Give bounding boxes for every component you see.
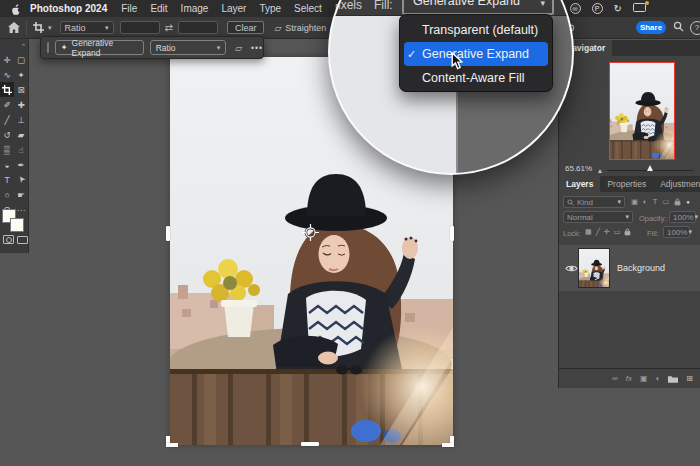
clear-button[interactable]: Clear <box>227 21 265 34</box>
brush-tool-icon[interactable]: ╱ <box>0 112 14 127</box>
new-group-folder-icon[interactable] <box>668 375 678 383</box>
new-layer-icon[interactable]: ⊞ <box>686 374 693 383</box>
menu-option-content-aware-fill[interactable]: Content-Aware Fill <box>400 66 552 90</box>
lock-icons: ▦ ╱ ✛ ▭ <box>585 228 631 236</box>
background-color-swatch[interactable] <box>10 218 24 232</box>
crop-handle-bottom[interactable] <box>301 442 319 446</box>
filter-pixel-icon[interactable]: ▣ <box>631 197 638 206</box>
marquee-tool-icon[interactable]: ▢ <box>14 52 28 67</box>
tab-layers[interactable]: Layers <box>559 176 600 192</box>
magic-wand-tool-icon[interactable]: ✦ <box>14 67 28 82</box>
zoom-out-icon[interactable] <box>598 169 602 173</box>
add-mask-icon[interactable]: ▣ <box>640 374 648 383</box>
loupe-fill-label: Fill: <box>374 0 393 12</box>
swap-dimensions-icon[interactable]: ⇄ <box>165 22 173 33</box>
tab-properties[interactable]: Properties <box>600 176 653 192</box>
layer-style-fx-icon[interactable]: fx <box>626 374 632 383</box>
lock-pixels-icon[interactable]: ╱ <box>596 228 600 236</box>
collapse-panel-icon[interactable]: » <box>22 41 25 47</box>
crop-handle-bottom-right-h[interactable] <box>442 443 454 447</box>
app-menu[interactable]: Photoshop 2024 <box>30 3 107 14</box>
tool-panel: » ✛▢∿✦⊠✐✚╱⊥↺▰▒☝◒✒T➤○☛Q⋯ <box>0 38 29 253</box>
crop-handle-left[interactable] <box>166 226 170 241</box>
lock-artboard-icon[interactable]: ▭ <box>614 228 621 236</box>
taskbar-straighten-icon[interactable]: ▱ <box>235 43 242 53</box>
crop-handle-bottom-left-h[interactable] <box>166 443 178 447</box>
history-brush-tool-icon[interactable]: ↺ <box>0 127 14 142</box>
eyedropper-tool-icon[interactable]: ✐ <box>0 97 14 112</box>
taskbar-drag-handle[interactable] <box>47 42 49 53</box>
menu-option-generative-expand[interactable]: ✓Generative Expand <box>404 42 548 66</box>
height-input[interactable] <box>178 21 218 34</box>
crop-handle-right[interactable] <box>450 226 454 241</box>
eraser-tool-icon[interactable]: ▰ <box>14 127 28 142</box>
navigator-zoom-thumb[interactable] <box>647 165 653 171</box>
crop-preset-chevron[interactable]: ▾ <box>48 24 52 32</box>
sync-icon[interactable]: ↻ <box>614 3 622 14</box>
crop-tool-icon[interactable] <box>0 82 14 97</box>
blend-mode-select[interactable]: Normal▾ <box>563 211 633 223</box>
crop-tool-icon[interactable] <box>33 22 44 33</box>
menu-option-transparent-default-[interactable]: Transparent (default) <box>400 18 552 42</box>
menu-item-image[interactable]: Image <box>181 3 209 14</box>
layer-name[interactable]: Background <box>617 263 665 273</box>
taskbar-more-icon[interactable]: ••• <box>251 43 263 53</box>
menu-item-type[interactable]: Type <box>259 3 281 14</box>
lasso-tool-icon[interactable]: ∿ <box>0 67 14 82</box>
help-icon[interactable]: ? <box>690 21 700 35</box>
quick-mask-icon[interactable] <box>3 235 14 244</box>
lock-all-icon[interactable] <box>624 228 631 236</box>
lock-transparency-icon[interactable]: ▦ <box>585 228 592 236</box>
taskbar-ratio-select[interactable]: Ratio▾ <box>150 40 226 55</box>
filter-shape-icon[interactable]: ▭ <box>662 197 669 206</box>
gradient-tool-icon[interactable]: ▒ <box>0 142 14 157</box>
shape-tool-icon[interactable]: ○ <box>0 187 14 202</box>
apple-icon[interactable] <box>10 3 21 15</box>
frame-tool-icon[interactable]: ⊠ <box>14 82 28 97</box>
move-tool-icon[interactable]: ✛ <box>0 52 14 67</box>
more-tool-icon[interactable]: ⋯ <box>14 202 28 217</box>
display-icon[interactable] <box>633 3 646 14</box>
navigator-zoom-value[interactable]: 65.61% <box>565 164 592 173</box>
crop-pivot-icon[interactable] <box>302 224 319 241</box>
menu-item-file[interactable]: File <box>121 3 137 14</box>
share-button[interactable]: Share <box>636 21 666 34</box>
ratio-select[interactable]: Ratio▾ <box>60 21 114 34</box>
hand-tool-icon[interactable]: ☛ <box>14 187 28 202</box>
navigator-proxy-view[interactable] <box>609 62 675 160</box>
clone-stamp-tool-icon[interactable]: ⊥ <box>14 112 28 127</box>
filter-smart-icon[interactable] <box>674 198 681 206</box>
filter-type-icon[interactable]: T <box>653 197 658 206</box>
smudge-tool-icon[interactable]: ☝ <box>14 142 28 157</box>
fill-dropdown-menu: Transparent (default)✓Generative ExpandC… <box>399 14 553 92</box>
layer-filter-select[interactable]: Kind ▾ <box>563 196 625 208</box>
opacity-label: Opacity: <box>639 214 667 223</box>
lock-position-icon[interactable]: ✛ <box>604 228 610 236</box>
generative-expand-button[interactable]: ✦ Generative Expand <box>55 40 144 55</box>
search-icon[interactable] <box>673 21 684 34</box>
filter-adjustment-icon[interactable]: ◐ <box>643 197 648 206</box>
menu-item-edit[interactable]: Edit <box>150 3 167 14</box>
menu-item-layer[interactable]: Layer <box>221 3 246 14</box>
layer-thumbnail[interactable] <box>579 249 609 287</box>
straighten-icon[interactable]: ▱ <box>274 23 281 33</box>
straighten-label[interactable]: Straighten <box>285 23 326 33</box>
new-adjustment-icon[interactable]: ◐ <box>655 374 660 383</box>
healing-brush-tool-icon[interactable]: ✚ <box>14 97 28 112</box>
fill-dropdown[interactable]: Generative Expand ▾ <box>402 0 554 15</box>
dodge-tool-icon[interactable]: ◒ <box>0 157 14 172</box>
screen-mode-icon[interactable] <box>17 236 28 244</box>
tab-adjustments[interactable]: Adjustments <box>653 176 700 192</box>
fill-value[interactable]: 100%▾ <box>663 226 690 238</box>
sparkle-icon: ✦ <box>61 43 68 52</box>
layer-row-background[interactable]: Background <box>559 245 700 291</box>
opacity-value[interactable]: 100%▾ <box>669 211 696 223</box>
assistant-icon[interactable]: P <box>592 3 603 14</box>
layer-visibility-eye-icon[interactable] <box>565 264 578 273</box>
filter-toggle-icon[interactable]: ● <box>686 199 690 205</box>
link-layers-icon[interactable]: ∞ <box>612 374 618 383</box>
home-icon[interactable] <box>8 22 20 33</box>
creative-cloud-icon[interactable]: ∞ <box>570 3 581 14</box>
width-input[interactable] <box>120 21 160 34</box>
menu-item-select[interactable]: Select <box>294 3 322 14</box>
